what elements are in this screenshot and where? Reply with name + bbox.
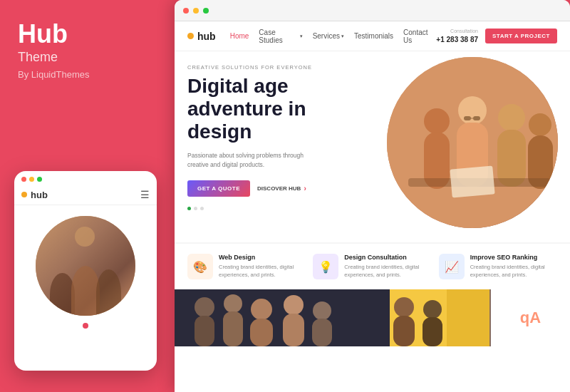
svg-point-30	[423, 300, 442, 319]
photo-strip-svg	[175, 289, 491, 346]
mobile-indicator-dot	[83, 323, 88, 329]
start-project-button[interactable]: START A PROJECT	[485, 29, 557, 43]
svg-point-28	[394, 297, 414, 317]
hero-right	[358, 64, 558, 237]
silhouette-2	[71, 266, 100, 316]
mobile-logo-dot	[21, 192, 27, 197]
consultation-info: Consultation +1 283 38 87	[436, 28, 478, 43]
head-silhouette	[75, 227, 95, 247]
svg-rect-27	[447, 289, 489, 346]
svg-point-18	[224, 294, 242, 313]
nav-services[interactable]: Services ▾	[313, 29, 344, 44]
site-nav-right: Consultation +1 283 38 87 START A PROJEC…	[436, 28, 557, 43]
svg-rect-25	[312, 319, 332, 346]
browser-expand-dot	[203, 8, 209, 14]
nav-testimonials[interactable]: Testimonials	[354, 29, 393, 44]
photo-strip: qA	[175, 289, 570, 346]
services-section: 🎨 Web Design Creating brand identities, …	[175, 242, 570, 289]
hero-left: CREATIVE SOLUTIONS FOR EVERYONE Digital …	[187, 64, 358, 237]
left-panel: Hub Theme By LiquidThemes hub ☰	[0, 0, 175, 392]
hero-dot-3[interactable]	[200, 207, 204, 210]
web-design-info: Web Design Creating brand identities, di…	[219, 254, 306, 279]
svg-point-24	[313, 301, 331, 320]
hero-dot-1[interactable]	[187, 207, 191, 210]
svg-point-22	[284, 295, 304, 315]
discover-arrow-icon: ›	[304, 185, 306, 192]
brand-subtitle: Theme	[18, 50, 157, 65]
hero-people-svg	[387, 57, 558, 228]
svg-rect-14	[387, 57, 558, 228]
mobile-hero-image	[36, 216, 135, 316]
seo-icon: 📈	[439, 254, 465, 279]
nav-home[interactable]: Home	[230, 29, 249, 44]
site-logo: hub	[187, 31, 216, 42]
site-nav: hub Home Case Studies ▾ Services ▾ Testi…	[175, 21, 570, 51]
hero-tagline: CREATIVE SOLUTIONS FOR EVERYONE	[187, 64, 351, 71]
service-web-design: 🎨 Web Design Creating brand identities, …	[187, 254, 306, 279]
web-design-icon: 🎨	[187, 254, 213, 279]
nav-contact[interactable]: Contact Us	[403, 29, 436, 44]
website-content: hub Home Case Studies ▾ Services ▾ Testi…	[175, 21, 570, 392]
mobile-close-dot	[21, 177, 26, 182]
service-consultation: 💡 Design Consultation Creating brand ide…	[313, 254, 431, 279]
svg-rect-19	[223, 311, 243, 346]
browser-toolbar	[175, 0, 570, 21]
browser-minimize-dot	[193, 8, 199, 14]
mobile-logo: hub	[21, 190, 48, 200]
logo-watermark: qA	[520, 309, 541, 327]
hero-dot-2[interactable]	[194, 207, 197, 210]
svg-rect-21	[250, 319, 273, 346]
photo-strip-left	[175, 289, 491, 346]
mobile-mockup: hub ☰	[14, 171, 157, 371]
seo-info: Improve SEO Ranking Creating brand ident…	[470, 254, 557, 279]
hero-section: CREATIVE SOLUTIONS FOR EVERYONE Digital …	[175, 51, 570, 237]
mobile-expand-dot	[37, 177, 42, 182]
nav-case-studies[interactable]: Case Studies ▾	[259, 29, 302, 44]
hero-description: Passionate about solving problems throug…	[187, 151, 323, 170]
svg-rect-23	[283, 314, 304, 346]
browser-close-dot	[183, 8, 189, 14]
mobile-minimize-dot	[29, 177, 34, 182]
mobile-hero-image-inner	[36, 216, 135, 316]
consultation-info: Design Consultation Creating brand ident…	[344, 254, 431, 279]
hero-circle-image	[387, 57, 558, 228]
svg-rect-17	[195, 316, 214, 346]
svg-point-16	[195, 297, 214, 317]
mobile-nav-bar: hub ☰	[14, 186, 157, 205]
hero-title: Digital age adventure in design	[187, 75, 351, 144]
site-logo-dot	[187, 33, 194, 39]
browser-mockup: hub Home Case Studies ▾ Services ▾ Testi…	[175, 0, 570, 392]
discover-hub-button[interactable]: DISCOVER HUB ›	[257, 185, 306, 192]
svg-rect-29	[393, 316, 415, 346]
site-nav-links: Home Case Studies ▾ Services ▾ Testimoni…	[230, 29, 437, 44]
service-seo: 📈 Improve SEO Ranking Creating brand ide…	[439, 254, 557, 279]
silhouette-3	[96, 269, 121, 316]
services-caret: ▾	[341, 33, 344, 39]
case-studies-caret: ▾	[300, 33, 303, 39]
photo-strip-right: qA	[491, 289, 570, 346]
get-quote-button[interactable]: GET A QUOTE	[187, 180, 250, 197]
hero-buttons: GET A QUOTE DISCOVER HUB ›	[187, 180, 351, 197]
hero-circle-bg	[387, 57, 558, 228]
mobile-window-controls	[14, 171, 157, 186]
consultation-icon: 💡	[313, 254, 338, 279]
mobile-hamburger-icon[interactable]: ☰	[140, 189, 150, 200]
brand-by: By LiquidThemes	[18, 69, 157, 80]
svg-rect-31	[423, 317, 442, 346]
brand-title: Hub	[18, 21, 157, 47]
svg-point-20	[251, 299, 272, 320]
hero-slide-dots	[187, 207, 351, 210]
